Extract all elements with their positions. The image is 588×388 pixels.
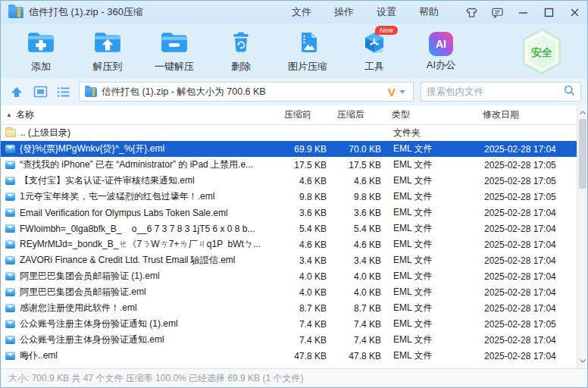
minimize-icon[interactable] [516, 6, 530, 18]
preview-pane-icon[interactable] [32, 83, 48, 100]
file-date: 2025-02-28 17:04 [477, 335, 577, 346]
folder-extract-icon [93, 30, 122, 58]
size-after: 47.8 KB [331, 351, 386, 361]
app-icon [8, 7, 23, 18]
new-badge: New [375, 26, 398, 35]
table-row[interactable]: {發}%{票}MPgWnkv{贷}^_%{开}.eml 69.9 KB 70.0… [1, 141, 577, 157]
file-date: 2025-02-28 17:05 [477, 192, 577, 202]
table-row[interactable]: REyMrMtJd=_bondk_B_ㄝ《7ㄋWㄘ7+ㄌ厂ㄐq1P bWtㄅ..… [1, 236, 577, 252]
menu-settings[interactable]: 设置 [377, 5, 396, 19]
delete-button[interactable]: 删除 [211, 27, 271, 76]
search-icon[interactable] [564, 85, 575, 99]
table-row[interactable]: 【支付宝】实名认证-证件审核结果通知.eml 4.6 KB 4.6 KB EML… [1, 173, 577, 189]
table-row[interactable]: 阿里巴巴集团会员邮箱验证 (1).eml 4.0 KB 4.0 KB EML 文… [1, 268, 577, 284]
column-header-type[interactable]: 类型 [386, 108, 477, 121]
file-type: EML 文件 [386, 254, 477, 267]
file-type: EML 文件 [386, 302, 477, 314]
file-icon [5, 145, 15, 153]
size-before: 4.6 KB [278, 239, 331, 250]
table-row[interactable]: 晦仆..eml 47.8 KB 47.8 KB EML 文件 2025-02-2… [1, 348, 577, 364]
tools-button[interactable]: New 工具 [345, 27, 404, 76]
size-after: 3.6 KB [331, 208, 386, 218]
size-before: 8.7 KB [278, 303, 331, 314]
titlebar: 信件打包 (1).zip - 360压缩 文件 操作 设置 帮助 [1, 1, 587, 23]
column-header-size-after[interactable]: 压缩后 [331, 108, 386, 121]
table-row[interactable]: 阿里巴巴集团会员邮箱验证.eml 4.0 KB 4.0 KB EML 文件 20… [1, 284, 577, 300]
menu-actions[interactable]: 操作 [334, 5, 354, 19]
size-before: 4.6 KB [278, 176, 331, 186]
file-icon [5, 240, 15, 249]
file-list: ▲ 名称 压缩前 压缩后 类型 修改日期 .. (上级目录) 文件夹 {發}%{… [1, 105, 587, 368]
security-badge[interactable]: 安全 [521, 28, 563, 75]
file-icon [5, 304, 15, 312]
table-row[interactable]: 公众账号注册主体身份验证通知.eml 7.4 KB 7.4 KB EML 文件 … [1, 332, 577, 348]
one-click-extract-button[interactable]: 一键解压 [145, 27, 204, 76]
file-date: 2025-02-28 17:04 [477, 239, 577, 250]
zip-file-icon [85, 87, 97, 97]
scroll-down-icon[interactable] [577, 355, 587, 367]
theme-shirt-icon[interactable] [464, 6, 478, 18]
size-before: 3.4 KB [278, 255, 331, 266]
size-before: 9.8 KB [278, 192, 331, 202]
scroll-up-icon[interactable] [577, 107, 587, 118]
size-after: 8.7 KB [331, 303, 386, 314]
column-header-size-before[interactable]: 压缩前 [278, 108, 331, 121]
ai-office-button[interactable]: AI AI办公 [411, 27, 471, 76]
file-icon [5, 352, 15, 360]
format-dropdown[interactable]: V [385, 86, 408, 99]
file-icon [5, 336, 15, 344]
close-icon[interactable] [568, 6, 581, 18]
search-box[interactable] [421, 82, 581, 102]
column-header-name[interactable]: ▲ 名称 [1, 108, 278, 121]
table-row[interactable]: .. (上级目录) 文件夹 [1, 125, 577, 141]
table-row[interactable]: FWloimbh=_0lga8bfk_B_ o__6 7 3 7 8 3 1jT… [1, 221, 577, 236]
archive-path-box[interactable]: 信件打包 (1).zip - 解包大小为 700.6 KB V [79, 82, 414, 102]
file-name: REyMrMtJd=_bondk_B_ㄝ《7ㄋWㄘ7+ㄌ厂ㄐq1P bWtㄅ..… [20, 238, 261, 251]
image-compress-button[interactable]: 图片压缩 [278, 27, 337, 76]
file-name: 公众账号注册主体身份验证通知 (1).eml [20, 318, 178, 330]
table-row[interactable]: 公众账号注册主体身份验证通知 (1).eml 7.4 KB 7.4 KB EML… [1, 316, 577, 332]
toolbar: 添加 解压到 一键解压 删除 图片压缩 New [1, 23, 587, 78]
extract-to-button[interactable]: 解压到 [78, 27, 137, 76]
file-name: 阿里巴巴集团会员邮箱验证 (1).eml [20, 270, 160, 283]
feedback-icon[interactable] [490, 6, 504, 18]
size-after: 7.4 KB [331, 335, 386, 346]
file-type: EML 文件 [386, 333, 477, 346]
menu-help[interactable]: 帮助 [419, 5, 439, 19]
toolbar-label: 解压到 [93, 60, 123, 74]
table-row[interactable]: 感谢您注册使用此软件！.eml 8.7 KB 8.7 KB EML 文件 202… [1, 300, 577, 316]
search-input[interactable] [427, 86, 559, 97]
add-button[interactable]: 添加 [11, 27, 70, 76]
sort-ascending-icon: ▲ [6, 111, 12, 118]
list-view-icon[interactable] [55, 83, 72, 100]
file-type: 文件夹 [386, 127, 477, 139]
size-after: 5.4 KB [331, 224, 386, 234]
file-name: 【支付宝】实名认证-证件审核结果通知.eml [20, 174, 195, 187]
folder-add-icon [27, 30, 55, 58]
table-row[interactable]: Email Verification for Olympus Labs Toke… [1, 205, 577, 221]
size-before: 17.5 KB [278, 160, 331, 171]
table-row[interactable]: “查找我的 iPhone” 已在 “Administrator” 的 iPad … [1, 157, 577, 173]
file-icon [5, 288, 15, 296]
size-after: 4.0 KB [331, 287, 386, 298]
file-type: EML 文件 [386, 158, 477, 171]
table-header: ▲ 名称 压缩前 压缩后 类型 修改日期 [1, 105, 577, 125]
file-name: FWloimbh=_0lga8bfk_B_ o__6 7 3 7 8 3 1jT… [20, 224, 255, 234]
menu-file[interactable]: 文件 [292, 5, 311, 19]
table-row[interactable]: ZAVORi Finance & Credit Ltd. Trust Email… [1, 252, 577, 268]
file-date: 2025-02-28 17:04 [477, 255, 577, 266]
one-click-extract-icon [160, 30, 189, 58]
file-date: 2025-02-28 17:04 [477, 351, 577, 361]
file-type: EML 文件 [386, 222, 477, 235]
size-before: 7.4 KB [278, 335, 331, 346]
up-arrow-icon[interactable] [8, 83, 25, 100]
toolbar-label: 一键解压 [155, 60, 194, 74]
toolbar-label: AI办公 [427, 58, 455, 72]
security-badge-label: 安全 [531, 46, 552, 58]
scrollbar-thumb[interactable] [579, 119, 586, 189]
column-header-date[interactable]: 修改日期 [477, 108, 577, 121]
file-date: 2025-02-28 17:04 [477, 303, 577, 314]
maximize-icon[interactable] [542, 6, 555, 18]
table-row[interactable]: 1元夺宝年终奖，屯一波猛烈的红包过壕年！.eml 9.8 KB 9.8 KB E… [1, 189, 577, 205]
vertical-scrollbar[interactable] [577, 105, 587, 368]
